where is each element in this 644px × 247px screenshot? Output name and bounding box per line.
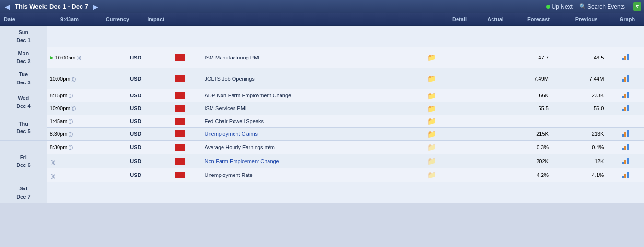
actual-cell bbox=[451, 115, 495, 128]
previous-cell: 233K bbox=[551, 89, 606, 102]
day-row: SunDec 1 bbox=[0, 26, 644, 47]
impact-flag bbox=[175, 118, 185, 125]
folder-icon[interactable]: 📁 bbox=[427, 157, 436, 165]
bar-chart-icon[interactable] bbox=[622, 130, 629, 137]
previous-value: 233K bbox=[592, 93, 604, 98]
graph-cell[interactable] bbox=[606, 47, 644, 68]
folder-icon[interactable]: 📁 bbox=[427, 105, 436, 112]
currency-label: USD bbox=[130, 55, 141, 60]
previous-value: 12K bbox=[595, 158, 604, 164]
impact-flag bbox=[175, 105, 185, 112]
event-name: ISM Manufacturing PMI bbox=[204, 55, 259, 60]
folder-icon[interactable]: 📁 bbox=[427, 130, 436, 138]
graph-cell[interactable] bbox=[606, 141, 644, 154]
sound-icon: ))) bbox=[69, 144, 72, 150]
impact-cell bbox=[158, 154, 202, 168]
event-name-link[interactable]: Unemployment Claims bbox=[204, 131, 258, 137]
folder-cell[interactable]: 📁 bbox=[412, 154, 451, 168]
col-actual: Actual bbox=[476, 16, 515, 22]
folder-cell[interactable]: 📁 bbox=[412, 89, 451, 102]
currency-cell: USD bbox=[114, 102, 158, 115]
impact-flag bbox=[175, 172, 185, 178]
previous-value: 46.5 bbox=[594, 55, 604, 60]
bar-chart-icon[interactable] bbox=[622, 143, 629, 150]
bar-chart-icon[interactable] bbox=[622, 92, 629, 98]
forecast-value: 166K bbox=[536, 93, 549, 98]
play-icon[interactable]: ▶ bbox=[50, 55, 54, 60]
time-cell: ▶ 10:00pm ))) bbox=[47, 47, 114, 68]
next-week-arrow[interactable]: ▶ bbox=[91, 3, 100, 11]
time-cell: 8:30pm ))) bbox=[47, 141, 114, 154]
impact-cell bbox=[158, 115, 202, 128]
graph-cell[interactable] bbox=[606, 168, 644, 182]
graph-cell[interactable] bbox=[606, 68, 644, 89]
previous-cell: 7.44M bbox=[551, 68, 606, 89]
detail-cell[interactable]: ADP Non-Farm Employment Change bbox=[202, 89, 412, 102]
folder-cell[interactable]: 📁 bbox=[412, 128, 451, 141]
folder-cell[interactable]: 📁 bbox=[412, 47, 451, 68]
detail-cell[interactable]: JOLTS Job Openings bbox=[202, 68, 412, 89]
folder-cell[interactable]: 📁 bbox=[412, 168, 451, 182]
impact-cell bbox=[158, 68, 202, 89]
event-name: Unemployment Rate bbox=[204, 172, 252, 178]
detail-cell[interactable]: Unemployment Claims bbox=[202, 128, 412, 141]
bar-chart-icon[interactable] bbox=[622, 157, 629, 164]
event-row: ))) USD Non-Farm Employment Change 📁 bbox=[0, 154, 644, 168]
folder-icon[interactable]: 📁 bbox=[427, 143, 436, 152]
event-name-link[interactable]: Non-Farm Employment Change bbox=[204, 158, 279, 164]
forecast-cell: 202K bbox=[495, 154, 550, 168]
event-name: Average Hourly Earnings m/m bbox=[204, 144, 275, 150]
col-currency: Currency bbox=[98, 16, 137, 22]
forecast-cell: 0.3% bbox=[495, 141, 550, 154]
previous-value: 56.0 bbox=[594, 106, 604, 111]
event-row: 10:00pm ))) USD ISM Services PMI 📁 bbox=[0, 102, 644, 115]
col-time[interactable]: 9:43am bbox=[41, 16, 98, 22]
detail-cell[interactable]: Average Hourly Earnings m/m bbox=[202, 141, 412, 154]
detail-cell[interactable]: Non-Farm Employment Change bbox=[202, 154, 412, 168]
folder-icon[interactable]: 📁 bbox=[427, 171, 436, 179]
bar-chart-icon[interactable] bbox=[622, 54, 629, 60]
date-cell: SatDec 7 bbox=[0, 182, 47, 203]
detail-cell[interactable]: Fed Chair Powell Speaks bbox=[202, 115, 412, 128]
prev-week-arrow[interactable]: ◀ bbox=[3, 3, 12, 11]
sound-icon: ))) bbox=[71, 76, 75, 82]
graph-cell[interactable] bbox=[606, 154, 644, 168]
bar-chart-icon[interactable] bbox=[622, 75, 629, 82]
folder-cell[interactable]: 📁 bbox=[412, 115, 451, 128]
filter-icon[interactable]: ▿ bbox=[633, 2, 641, 11]
folder-cell[interactable]: 📁 bbox=[412, 141, 451, 154]
impact-flag bbox=[175, 92, 185, 99]
impact-cell bbox=[158, 89, 202, 102]
detail-cell[interactable]: ISM Services PMI bbox=[202, 102, 412, 115]
col-graph: Graph bbox=[610, 16, 644, 22]
previous-cell: 56.0 bbox=[551, 102, 606, 115]
detail-cell[interactable]: Unemployment Rate bbox=[202, 168, 412, 182]
folder-cell[interactable]: 📁 bbox=[412, 68, 451, 89]
search-events-btn[interactable]: 🔍 Search Events bbox=[579, 3, 625, 10]
col-forecast: Forecast bbox=[515, 16, 562, 22]
impact-flag bbox=[175, 144, 185, 151]
folder-icon[interactable]: 📁 bbox=[427, 75, 436, 82]
bar-chart-icon[interactable] bbox=[622, 171, 629, 178]
graph-cell[interactable] bbox=[606, 89, 644, 102]
actual-cell bbox=[451, 89, 495, 102]
up-next-btn[interactable]: Up Next bbox=[546, 3, 573, 10]
bar-chart-icon[interactable] bbox=[622, 105, 629, 111]
time-cell: ))) bbox=[47, 168, 114, 182]
folder-icon[interactable]: 📁 bbox=[427, 54, 436, 61]
detail-cell[interactable]: ISM Manufacturing PMI bbox=[202, 47, 412, 68]
graph-cell[interactable] bbox=[606, 102, 644, 115]
folder-icon[interactable]: 📁 bbox=[427, 92, 436, 99]
graph-cell[interactable] bbox=[606, 128, 644, 141]
folder-icon[interactable]: 📁 bbox=[427, 118, 436, 125]
previous-cell: 46.5 bbox=[551, 47, 606, 68]
graph-cell[interactable] bbox=[606, 115, 644, 128]
currency-cell: USD bbox=[114, 115, 158, 128]
forecast-value: 47.7 bbox=[539, 55, 549, 60]
actual-cell bbox=[451, 68, 495, 89]
currency-label: USD bbox=[130, 158, 141, 164]
impact-flag bbox=[175, 130, 185, 137]
time-cell: 8:15pm ))) bbox=[47, 89, 114, 102]
impact-cell bbox=[158, 168, 202, 182]
folder-cell[interactable]: 📁 bbox=[412, 102, 451, 115]
